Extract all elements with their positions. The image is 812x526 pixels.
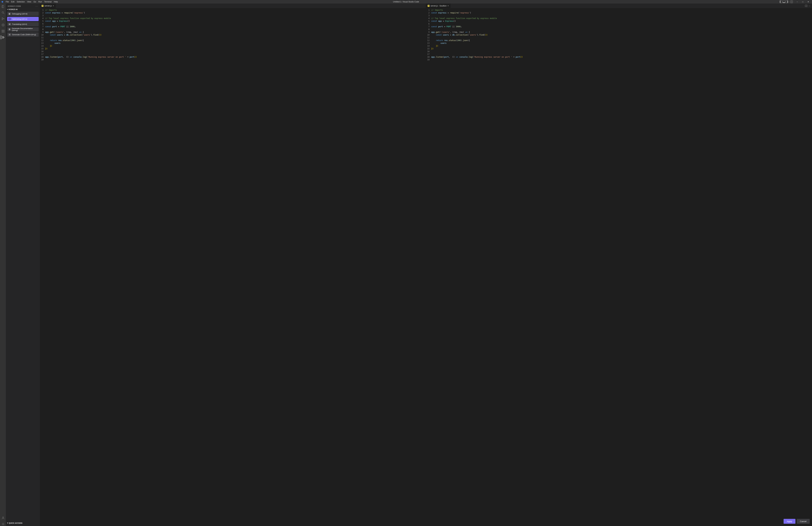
svg-rect-6 bbox=[2, 30, 3, 31]
cancel-button[interactable]: Cancel bbox=[797, 519, 810, 524]
minimize-button[interactable]: – bbox=[795, 0, 800, 3]
line-number: 17 bbox=[426, 53, 431, 56]
code-line: 13 users bbox=[40, 42, 426, 45]
code-line: 5 const app = Express() bbox=[40, 20, 426, 23]
line-number: 18 bbox=[40, 56, 45, 58]
svg-line-1 bbox=[3, 13, 4, 14]
code-line: 4 // Top level express function exported… bbox=[426, 17, 812, 20]
toggle-secondary-sidebar-icon[interactable] bbox=[785, 0, 788, 3]
kodezi-icon[interactable] bbox=[1, 35, 5, 39]
code-line: 14 }) bbox=[40, 45, 426, 47]
line-number: 17 bbox=[40, 53, 45, 56]
code-line: 4 // Top level express function exported… bbox=[40, 17, 426, 20]
code-line: 11 bbox=[40, 36, 426, 39]
js-file-icon: JS bbox=[427, 5, 430, 7]
line-number: 10 bbox=[40, 34, 45, 36]
line-number: 9 bbox=[40, 31, 45, 34]
line-number: 14 bbox=[426, 45, 431, 47]
svg-point-2 bbox=[2, 18, 3, 18]
line-number: 15 bbox=[426, 47, 431, 50]
line-number: 8 bbox=[426, 28, 431, 31]
line-number: 12 bbox=[426, 39, 431, 42]
sidebar: KODEZI CODE ··· ▾ KODEZI AI ◧ Debugging … bbox=[6, 3, 40, 526]
kodezi-ai-actions: ◧ Debugging (ctrl+d) ≡ Optimizing (ctrl+… bbox=[6, 11, 40, 37]
line-number: 9 bbox=[426, 31, 431, 34]
close-tab-icon[interactable]: × bbox=[448, 5, 449, 7]
code-line: 17 bbox=[426, 53, 812, 56]
menu-go[interactable]: Go bbox=[32, 1, 37, 3]
code-line: 1 // Imports bbox=[40, 9, 426, 12]
code-editor-left[interactable]: 1 // Imports 2 const express = require('… bbox=[40, 8, 426, 526]
code-line: 10 const users = db.collection('users').… bbox=[426, 34, 812, 36]
line-number: 5 bbox=[426, 20, 431, 23]
action-generate-docs[interactable]: ≣ Generate Documentation (ctrl+g) bbox=[7, 27, 39, 31]
action-label: Translating (ctrl+t) bbox=[12, 23, 27, 25]
extensions-icon[interactable] bbox=[1, 29, 5, 33]
line-number: 11 bbox=[426, 36, 431, 39]
search-icon[interactable] bbox=[1, 11, 5, 15]
editor-group: JS server.js × 1 // Imports 2 const expr… bbox=[40, 3, 812, 526]
menu-run[interactable]: Run bbox=[37, 1, 43, 3]
code-line: 8 bbox=[40, 28, 426, 31]
layout-controls bbox=[780, 0, 793, 3]
explorer-icon[interactable] bbox=[1, 4, 5, 9]
code-line: 16 bbox=[426, 50, 812, 53]
section-quick-access[interactable]: ▾ QUICK ACCESS bbox=[6, 521, 40, 525]
svg-rect-8 bbox=[3, 31, 4, 32]
action-translating[interactable]: ⇄ Translating (ctrl+t) bbox=[7, 22, 39, 26]
run-debug-icon[interactable] bbox=[1, 23, 5, 27]
tab-server-js[interactable]: JS server.js × bbox=[40, 3, 56, 8]
line-number: 6 bbox=[40, 23, 45, 25]
menu-help[interactable]: Help bbox=[53, 1, 59, 3]
menu-file[interactable]: File bbox=[4, 1, 10, 3]
action-optimizing[interactable]: ≡ Optimizing (ctrl+o) bbox=[7, 17, 39, 21]
menu-bar: File Edit Selection View Go Run Terminal… bbox=[4, 1, 59, 3]
action-debugging[interactable]: ◧ Debugging (ctrl+d) bbox=[7, 12, 39, 16]
code-editor-right[interactable]: 1 // Imports 2 const express = require('… bbox=[426, 8, 812, 526]
line-number: 4 bbox=[426, 17, 431, 20]
menu-selection[interactable]: Selection bbox=[16, 1, 26, 3]
code-line: 3 bbox=[40, 14, 426, 17]
toggle-primary-sidebar-icon[interactable] bbox=[780, 0, 782, 3]
customize-layout-icon[interactable] bbox=[790, 0, 793, 3]
line-number: 7 bbox=[40, 25, 45, 28]
menu-terminal[interactable]: Terminal bbox=[43, 1, 53, 3]
code-line: 7 const port = PORT || 3000; bbox=[426, 25, 812, 28]
chevron-down-icon: ▾ bbox=[7, 9, 8, 10]
code-line: 9 app.get('/users', (req, res) => { bbox=[426, 31, 812, 34]
split-editor-icon[interactable] bbox=[805, 5, 807, 7]
quick-access-label: QUICK ACCESS bbox=[9, 522, 23, 524]
line-number: 19 bbox=[426, 58, 431, 61]
editor-pane-left: JS server.js × 1 // Imports 2 const expr… bbox=[40, 3, 426, 526]
line-number: 10 bbox=[426, 34, 431, 36]
code-line: 12 return res.status(200).json({ bbox=[426, 39, 812, 42]
close-window-button[interactable]: ✕ bbox=[806, 0, 811, 3]
line-number: 14 bbox=[40, 45, 45, 47]
source-control-icon[interactable] bbox=[1, 17, 5, 21]
apply-button[interactable]: Apply bbox=[784, 519, 795, 524]
line-number: 18 bbox=[426, 56, 431, 58]
maximize-button[interactable]: □ bbox=[800, 0, 806, 3]
code-line: 18 app.listen(port, () => console.log('R… bbox=[426, 56, 812, 58]
close-tab-icon[interactable]: × bbox=[53, 5, 54, 7]
code-line: 10 const users = db.collection('users').… bbox=[40, 34, 426, 36]
more-actions-icon[interactable]: ··· bbox=[809, 5, 810, 7]
action-generate-code[interactable]: ✦ Generate Code (Shift+ctrl+g) bbox=[7, 32, 39, 37]
js-file-icon: JS bbox=[42, 5, 44, 7]
menu-edit[interactable]: Edit bbox=[10, 1, 16, 3]
section-kodezi-ai[interactable]: ▾ KODEZI AI bbox=[6, 8, 40, 11]
sidebar-more-icon[interactable]: ··· bbox=[35, 5, 38, 7]
svg-point-10 bbox=[3, 517, 4, 518]
settings-gear-icon[interactable] bbox=[1, 522, 5, 526]
sidebar-title: KODEZI CODE bbox=[8, 5, 21, 7]
code-line: 19 bbox=[426, 58, 812, 61]
line-number: 3 bbox=[40, 14, 45, 17]
accounts-icon[interactable] bbox=[1, 516, 5, 520]
code-line: 18 app.listen(port, () => console.log('R… bbox=[40, 56, 426, 58]
tab-server-js-solution[interactable]: JS server.js - Soultion × bbox=[426, 3, 450, 8]
line-number: 2 bbox=[40, 12, 45, 14]
code-line: 12 return res.status(200).json({ bbox=[40, 39, 426, 42]
menu-view[interactable]: View bbox=[26, 1, 32, 3]
toggle-panel-icon[interactable] bbox=[783, 0, 785, 3]
line-number: 7 bbox=[426, 25, 431, 28]
